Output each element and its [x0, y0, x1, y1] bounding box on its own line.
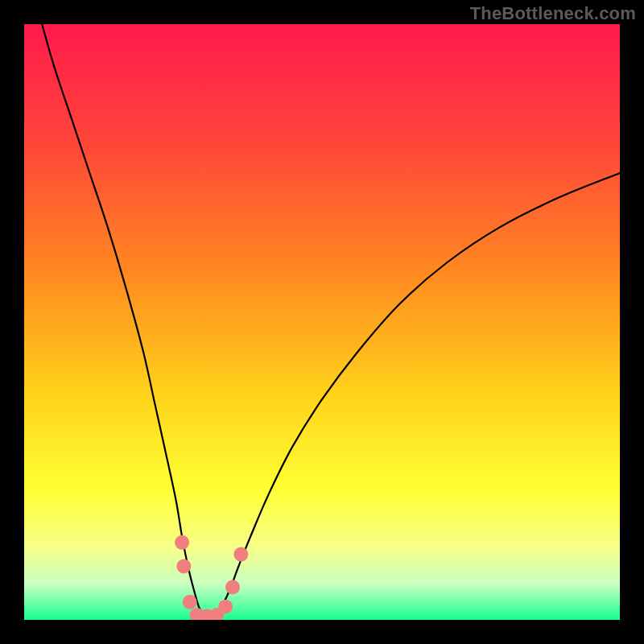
marker-point	[183, 595, 197, 609]
gradient-background	[24, 24, 620, 620]
chart-frame: TheBottleneck.com	[0, 0, 644, 644]
plot-area	[24, 24, 620, 620]
watermark-text: TheBottleneck.com	[470, 3, 636, 24]
marker-point	[175, 535, 189, 550]
marker-point	[176, 559, 191, 573]
marker-point	[233, 547, 248, 562]
marker-point	[225, 580, 240, 594]
bottleneck-chart	[24, 24, 620, 620]
marker-point	[218, 600, 233, 614]
